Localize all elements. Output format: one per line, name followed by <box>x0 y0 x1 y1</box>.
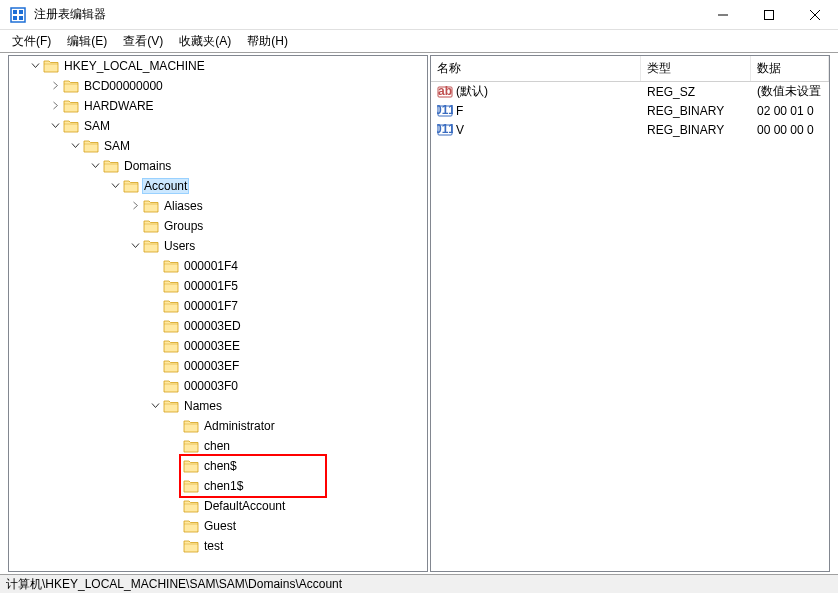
tree-node-label[interactable]: 000003EE <box>182 339 242 353</box>
folder-icon <box>63 79 79 93</box>
tree-node[interactable]: 000001F5 <box>9 276 427 296</box>
svg-rect-6 <box>765 10 774 19</box>
close-button[interactable] <box>792 0 838 30</box>
chevron-right-icon[interactable] <box>127 201 143 212</box>
chevron-down-icon[interactable] <box>87 161 103 172</box>
tree-node[interactable]: chen1$ <box>9 476 427 496</box>
tree-node[interactable]: 000003ED <box>9 316 427 336</box>
value-data: 02 00 01 0 <box>751 104 829 118</box>
tree-node-label[interactable]: Administrator <box>202 419 277 433</box>
column-type[interactable]: 类型 <box>641 56 751 81</box>
folder-icon <box>63 99 79 113</box>
tree-node[interactable]: SAM <box>9 116 427 136</box>
window-title: 注册表编辑器 <box>34 6 700 23</box>
chevron-down-icon[interactable] <box>67 141 83 152</box>
tree-node-label[interactable]: chen1$ <box>202 479 245 493</box>
tree-node-label[interactable]: 000001F5 <box>182 279 240 293</box>
tree-node-label[interactable]: 000003F0 <box>182 379 240 393</box>
tree-node[interactable]: HKEY_LOCAL_MACHINE <box>9 56 427 76</box>
tree-node[interactable]: HARDWARE <box>9 96 427 116</box>
folder-icon <box>183 459 199 473</box>
folder-icon <box>63 119 79 133</box>
tree-node-label[interactable]: chen <box>202 439 232 453</box>
tree-node[interactable]: BCD00000000 <box>9 76 427 96</box>
tree-node[interactable]: DefaultAccount <box>9 496 427 516</box>
tree-node-label[interactable]: Domains <box>122 159 173 173</box>
list-row[interactable]: ab(默认)REG_SZ(数值未设置 <box>431 82 829 101</box>
tree-node[interactable]: Administrator <box>9 416 427 436</box>
folder-icon <box>183 499 199 513</box>
tree-node[interactable]: Names <box>9 396 427 416</box>
folder-icon <box>43 59 59 73</box>
tree-pane[interactable]: HKEY_LOCAL_MACHINEBCD00000000HARDWARESAM… <box>8 55 428 572</box>
minimize-button[interactable] <box>700 0 746 30</box>
tree-node-label[interactable]: Users <box>162 239 197 253</box>
tree-node[interactable]: 000003EE <box>9 336 427 356</box>
titlebar: 注册表编辑器 <box>0 0 838 30</box>
value-type: REG_BINARY <box>641 104 751 118</box>
chevron-right-icon[interactable] <box>47 101 63 112</box>
chevron-down-icon[interactable] <box>27 61 43 72</box>
list-row[interactable]: 011FREG_BINARY02 00 01 0 <box>431 101 829 120</box>
tree-node-label[interactable]: BCD00000000 <box>82 79 165 93</box>
value-type: REG_BINARY <box>641 123 751 137</box>
tree-node[interactable]: 000003F0 <box>9 376 427 396</box>
tree-node[interactable]: 000003EF <box>9 356 427 376</box>
tree-node-label[interactable]: chen$ <box>202 459 239 473</box>
tree-node-label[interactable]: Guest <box>202 519 238 533</box>
tree-node-label[interactable]: Aliases <box>162 199 205 213</box>
chevron-down-icon[interactable] <box>107 181 123 192</box>
svg-text:ab: ab <box>438 84 452 98</box>
tree-node[interactable]: Users <box>9 236 427 256</box>
folder-icon <box>183 479 199 493</box>
tree-node-label[interactable]: test <box>202 539 225 553</box>
tree-node[interactable]: SAM <box>9 136 427 156</box>
tree-node[interactable]: Domains <box>9 156 427 176</box>
tree-node[interactable]: test <box>9 536 427 556</box>
folder-icon <box>163 279 179 293</box>
tree-node[interactable]: chen <box>9 436 427 456</box>
menu-help[interactable]: 帮助(H) <box>239 31 296 52</box>
tree-node-label[interactable]: SAM <box>82 119 112 133</box>
folder-icon <box>163 359 179 373</box>
menubar: 文件(F) 编辑(E) 查看(V) 收藏夹(A) 帮助(H) <box>0 30 838 52</box>
value-type: REG_SZ <box>641 85 751 99</box>
chevron-down-icon[interactable] <box>147 401 163 412</box>
svg-text:011: 011 <box>437 103 453 117</box>
tree-node-label[interactable]: DefaultAccount <box>202 499 287 513</box>
tree-node-label[interactable]: 000001F4 <box>182 259 240 273</box>
maximize-button[interactable] <box>746 0 792 30</box>
chevron-down-icon[interactable] <box>127 241 143 252</box>
tree-node-label[interactable]: SAM <box>102 139 132 153</box>
list-row[interactable]: 011VREG_BINARY00 00 00 0 <box>431 120 829 139</box>
list-pane[interactable]: 名称 类型 数据 ab(默认)REG_SZ(数值未设置011FREG_BINAR… <box>430 55 830 572</box>
folder-icon <box>163 379 179 393</box>
folder-icon <box>183 439 199 453</box>
svg-text:011: 011 <box>437 122 453 136</box>
tree-node-label[interactable]: 000003EF <box>182 359 241 373</box>
tree-node-label[interactable]: Names <box>182 399 224 413</box>
tree-node-label[interactable]: Account <box>142 178 189 194</box>
menu-favorites[interactable]: 收藏夹(A) <box>171 31 239 52</box>
tree-node[interactable]: Aliases <box>9 196 427 216</box>
tree-node-label[interactable]: Groups <box>162 219 205 233</box>
tree-node-label[interactable]: HKEY_LOCAL_MACHINE <box>62 59 207 73</box>
folder-icon <box>183 539 199 553</box>
menu-edit[interactable]: 编辑(E) <box>59 31 115 52</box>
tree-node[interactable]: Groups <box>9 216 427 236</box>
tree-node-label[interactable]: 000001F7 <box>182 299 240 313</box>
column-data[interactable]: 数据 <box>751 56 829 81</box>
column-name[interactable]: 名称 <box>431 56 641 81</box>
svg-rect-1 <box>13 10 17 14</box>
chevron-down-icon[interactable] <box>47 121 63 132</box>
tree-node-label[interactable]: 000003ED <box>182 319 243 333</box>
tree-node[interactable]: 000001F4 <box>9 256 427 276</box>
tree-node[interactable]: Account <box>9 176 427 196</box>
menu-file[interactable]: 文件(F) <box>4 31 59 52</box>
tree-node[interactable]: 000001F7 <box>9 296 427 316</box>
menu-view[interactable]: 查看(V) <box>115 31 171 52</box>
tree-node[interactable]: Guest <box>9 516 427 536</box>
chevron-right-icon[interactable] <box>47 81 63 92</box>
tree-node-label[interactable]: HARDWARE <box>82 99 156 113</box>
tree-node[interactable]: chen$ <box>9 456 427 476</box>
